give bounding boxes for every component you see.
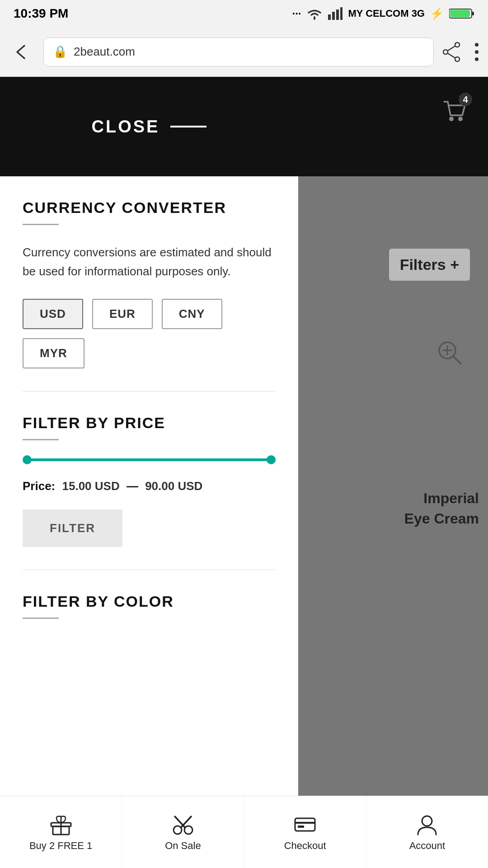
gift-icon [49, 813, 73, 836]
currency-title-underline [23, 224, 59, 225]
card-icon [293, 813, 317, 836]
cart-button[interactable]: 4 [434, 90, 474, 131]
svg-rect-5 [472, 12, 474, 15]
cart-area[interactable]: 4 [434, 90, 474, 131]
filter-color-section: FILTER BY COLOR [23, 593, 276, 619]
svg-line-11 [448, 53, 455, 58]
price-slider-thumb-right[interactable] [267, 455, 276, 464]
main-area: 4 Filters + Imperial Eye Cream CLOSE CUR… [0, 77, 488, 868]
filter-color-underline [23, 618, 59, 619]
filters-button[interactable]: Filters + [389, 249, 470, 281]
filter-price-section: FILTER BY PRICE Price: 15.00 USD — 90.00… [23, 414, 276, 547]
svg-point-8 [455, 57, 460, 61]
price-slider-track[interactable] [23, 458, 276, 461]
price-max: 90.00 USD [145, 479, 202, 493]
section-divider-2 [23, 570, 276, 570]
status-time: 10:39 PM [14, 6, 68, 21]
close-dash-icon [170, 126, 206, 127]
currency-buttons: USD EUR CNY MYR [23, 299, 276, 368]
nav-item-onsale[interactable]: On Sale [122, 796, 244, 868]
currency-description: Currency conversions are estimated and s… [23, 243, 276, 281]
nav-label-onsale: On Sale [165, 840, 201, 852]
price-range-container [23, 458, 276, 461]
svg-point-9 [443, 50, 448, 54]
signal-dots-icon: ··· [292, 7, 301, 20]
svg-rect-6 [450, 10, 470, 17]
currency-btn-cny[interactable]: CNY [162, 299, 222, 329]
currency-converter-title: CURRENCY CONVERTER [23, 199, 276, 217]
svg-line-10 [448, 46, 455, 51]
nav-item-checkout[interactable]: Checkout [244, 796, 366, 868]
wifi-icon [306, 7, 323, 20]
left-panel: CLOSE CURRENCY CONVERTER Currency conver… [0, 77, 298, 868]
bottom-nav: Buy 2 FREE 1 On Sale Chec [0, 796, 488, 868]
price-label: Price: [23, 479, 55, 493]
filter-price-title: FILTER BY PRICE [23, 414, 276, 432]
person-icon [415, 813, 439, 836]
nav-item-account[interactable]: Account [366, 796, 488, 868]
url-text: 2beaut.com [74, 45, 135, 59]
zoom-icon[interactable] [436, 339, 463, 366]
filter-button[interactable]: FILTER [23, 509, 122, 547]
carrier-text: MY CELCOM 3G [348, 8, 425, 19]
svg-point-14 [475, 57, 479, 61]
cart-badge: 4 [459, 93, 472, 106]
currency-btn-usd[interactable]: USD [23, 299, 83, 329]
panel-content: CURRENCY CONVERTER Currency conversions … [0, 176, 298, 655]
filter-color-title: FILTER BY COLOR [23, 593, 276, 610]
url-bar[interactable]: 🔒 2beaut.com [43, 38, 434, 66]
currency-btn-eur[interactable]: EUR [92, 299, 153, 329]
svg-rect-2 [336, 9, 339, 20]
nav-label-account: Account [409, 840, 446, 852]
share-icon[interactable] [443, 42, 461, 62]
svg-rect-1 [332, 12, 335, 20]
svg-point-31 [422, 816, 432, 826]
currency-btn-myr[interactable]: MYR [23, 338, 84, 368]
price-min: 15.00 USD [62, 479, 120, 493]
nav-label-checkout: Checkout [284, 840, 326, 852]
filter-price-underline [23, 439, 59, 440]
browser-icons [443, 42, 479, 62]
nav-item-buy2free1[interactable]: Buy 2 FREE 1 [0, 796, 122, 868]
scissors-icon [171, 813, 195, 836]
svg-point-16 [458, 117, 463, 121]
svg-rect-30 [298, 826, 304, 828]
battery-icon [449, 7, 474, 20]
browser-bar: 🔒 2beaut.com [0, 27, 488, 77]
product-text: Imperial Eye Cream [404, 488, 479, 529]
svg-point-13 [475, 50, 479, 54]
price-slider-thumb-left[interactable] [23, 455, 32, 464]
back-button[interactable] [9, 39, 34, 65]
svg-point-12 [475, 43, 479, 47]
cellular-icon [328, 7, 343, 20]
nav-label-buy2free1: Buy 2 FREE 1 [29, 840, 92, 852]
svg-point-15 [449, 117, 454, 121]
close-label: CLOSE [92, 117, 160, 137]
more-icon[interactable] [474, 42, 479, 62]
svg-rect-0 [328, 14, 331, 20]
price-dash: — [127, 479, 138, 493]
charging-icon: ⚡ [430, 7, 444, 20]
currency-converter-section: CURRENCY CONVERTER Currency conversions … [23, 199, 276, 368]
svg-rect-3 [340, 7, 343, 20]
svg-rect-28 [295, 818, 315, 831]
lock-icon: 🔒 [53, 45, 67, 59]
close-bar[interactable]: CLOSE [0, 77, 298, 176]
status-right: ··· MY CELCOM 3G ⚡ [292, 7, 474, 20]
section-divider-1 [23, 391, 276, 392]
svg-line-18 [454, 357, 461, 364]
price-range-text: Price: 15.00 USD — 90.00 USD [23, 479, 276, 493]
svg-point-7 [455, 42, 460, 47]
status-bar: 10:39 PM ··· MY CELCOM 3G ⚡ [0, 0, 488, 27]
